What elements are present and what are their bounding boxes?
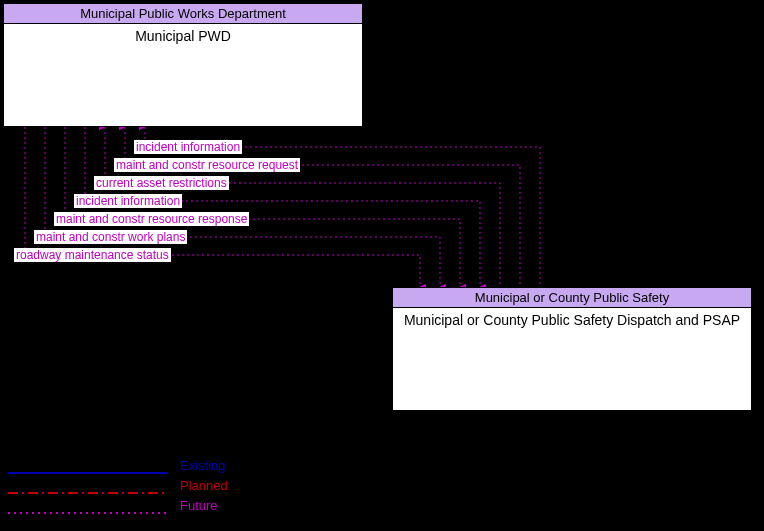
flow-label: incident information — [134, 140, 242, 154]
legend-row-existing: Existing — [8, 457, 228, 473]
flow-label: roadway maintenance status — [14, 248, 171, 262]
node-body: Municipal PWD — [4, 24, 362, 48]
node-body: Municipal or County Public Safety Dispat… — [393, 308, 751, 332]
node-public-safety-psap[interactable]: Municipal or County Public Safety Munici… — [392, 287, 752, 411]
node-municipal-pwd[interactable]: Municipal Public Works Department Munici… — [3, 3, 363, 127]
node-header: Municipal Public Works Department — [4, 4, 362, 24]
legend-swatch-existing — [8, 464, 168, 466]
legend-row-future: Future — [8, 497, 228, 513]
legend: Existing Planned Future — [8, 453, 228, 517]
flow-label: current asset restrictions — [94, 176, 229, 190]
legend-swatch-planned — [8, 484, 168, 486]
legend-label: Existing — [180, 458, 226, 473]
flow-label: maint and constr resource request — [114, 158, 300, 172]
flow-label: maint and constr resource response — [54, 212, 249, 226]
legend-label: Future — [180, 498, 218, 513]
legend-row-planned: Planned — [8, 477, 228, 493]
node-header: Municipal or County Public Safety — [393, 288, 751, 308]
flow-label: maint and constr work plans — [34, 230, 187, 244]
diagram-canvas: Municipal Public Works Department Munici… — [0, 0, 764, 531]
legend-label: Planned — [180, 478, 228, 493]
flow-label: incident information — [74, 194, 182, 208]
legend-swatch-future — [8, 504, 168, 506]
